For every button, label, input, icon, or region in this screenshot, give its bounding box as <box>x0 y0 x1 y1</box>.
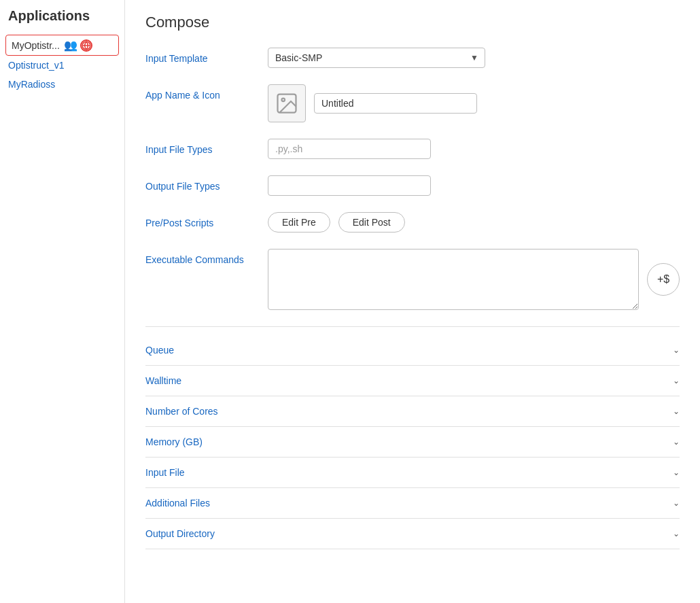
page-title: Compose <box>145 14 680 31</box>
queue-chevron-icon: ⌄ <box>673 345 680 355</box>
memory-gb-section: Memory (GB) ⌄ <box>145 427 680 458</box>
add-command-button[interactable]: +$ <box>647 263 680 296</box>
input-file-types-input[interactable] <box>268 139 431 159</box>
pre-post-scripts-row: Pre/Post Scripts Edit Pre Edit Post <box>145 212 680 232</box>
additional-files-label: Additional Files <box>145 498 210 509</box>
walltime-section: Walltime ⌄ <box>145 366 680 396</box>
executable-commands-textarea[interactable] <box>268 249 639 310</box>
image-icon <box>275 91 299 116</box>
input-file-header[interactable]: Input File ⌄ <box>145 458 680 487</box>
output-directory-label: Output Directory <box>145 528 215 539</box>
cores-chevron-icon: ⌄ <box>673 407 680 416</box>
sidebar-item-optistruct[interactable]: Optistruct_v1 <box>0 56 124 75</box>
memory-gb-header[interactable]: Memory (GB) ⌄ <box>145 427 680 457</box>
app-name-row: App Name & Icon <box>145 84 680 122</box>
output-directory-section: Output Directory ⌄ <box>145 519 680 549</box>
app-name-label: App Name & Icon <box>145 84 268 101</box>
memory-chevron-icon: ⌄ <box>673 437 680 447</box>
sidebar-item-myoptistr[interactable]: MyOptistr... 👥 <box>5 35 119 56</box>
edit-post-button[interactable]: Edit Post <box>338 212 405 232</box>
output-file-types-row: Output File Types <box>145 175 680 196</box>
globe-icon <box>80 39 92 52</box>
additional-files-header[interactable]: Additional Files ⌄ <box>145 488 680 518</box>
input-template-control: Basic-SMP Advanced-SMP MPI ▼ <box>268 48 680 68</box>
app-name-inner <box>268 84 680 122</box>
input-file-section: Input File ⌄ <box>145 458 680 488</box>
input-template-row: Input Template Basic-SMP Advanced-SMP MP… <box>145 48 680 68</box>
svg-point-3 <box>282 99 285 102</box>
input-file-types-row: Input File Types <box>145 139 680 159</box>
app-name-input[interactable] <box>314 93 477 114</box>
pre-post-scripts-label: Pre/Post Scripts <box>145 212 268 228</box>
main-content: Compose Input Template Basic-SMP Advance… <box>125 0 700 603</box>
people-icon: 👥 <box>64 39 77 52</box>
pre-post-scripts-control: Edit Pre Edit Post <box>268 212 680 232</box>
output-file-types-input[interactable] <box>268 175 431 196</box>
number-of-cores-header[interactable]: Number of Cores ⌄ <box>145 396 680 426</box>
memory-gb-label: Memory (GB) <box>145 436 203 447</box>
queue-label: Queue <box>145 345 174 356</box>
input-template-label: Input Template <box>145 48 268 64</box>
input-template-select[interactable]: Basic-SMP Advanced-SMP MPI <box>268 48 485 68</box>
collapsible-sections: Queue ⌄ Walltime ⌄ Number of Cores ⌄ Mem… <box>145 335 680 549</box>
number-of-cores-section: Number of Cores ⌄ <box>145 396 680 427</box>
walltime-label: Walltime <box>145 375 181 386</box>
edit-pre-button[interactable]: Edit Pre <box>268 212 330 232</box>
executable-commands-control: +$ <box>268 249 680 310</box>
number-of-cores-label: Number of Cores <box>145 406 218 417</box>
input-file-label: Input File <box>145 467 185 478</box>
executable-commands-row: Executable Commands +$ <box>145 249 680 310</box>
app-name-control <box>268 84 680 122</box>
section-divider <box>145 326 680 327</box>
sidebar-item-optistruct-label: Optistruct_v1 <box>8 60 64 71</box>
sidebar: Applications MyOptistr... 👥 Optistruct_v… <box>0 0 125 603</box>
exec-row-inner: +$ <box>268 249 680 310</box>
sidebar-item-icons: 👥 <box>64 39 92 52</box>
input-file-types-control <box>268 139 680 159</box>
executable-commands-label: Executable Commands <box>145 249 268 265</box>
output-file-types-label: Output File Types <box>145 175 268 192</box>
additional-files-chevron-icon: ⌄ <box>673 498 680 508</box>
app-icon-placeholder[interactable] <box>268 84 306 122</box>
walltime-header[interactable]: Walltime ⌄ <box>145 366 680 396</box>
queue-header[interactable]: Queue ⌄ <box>145 335 680 365</box>
additional-files-section: Additional Files ⌄ <box>145 488 680 519</box>
input-file-chevron-icon: ⌄ <box>673 468 680 477</box>
queue-section: Queue ⌄ <box>145 335 680 366</box>
sidebar-title: Applications <box>0 8 124 35</box>
sidebar-item-myradioss-label: MyRadioss <box>8 79 55 90</box>
sidebar-item-myoptistr-label: MyOptistr... <box>12 40 60 51</box>
output-directory-header[interactable]: Output Directory ⌄ <box>145 519 680 549</box>
output-file-types-control <box>268 175 680 196</box>
walltime-chevron-icon: ⌄ <box>673 376 680 385</box>
output-directory-chevron-icon: ⌄ <box>673 529 680 538</box>
sidebar-item-myradioss[interactable]: MyRadioss <box>0 75 124 94</box>
input-template-select-wrapper: Basic-SMP Advanced-SMP MPI ▼ <box>268 48 485 68</box>
input-file-types-label: Input File Types <box>145 139 268 155</box>
